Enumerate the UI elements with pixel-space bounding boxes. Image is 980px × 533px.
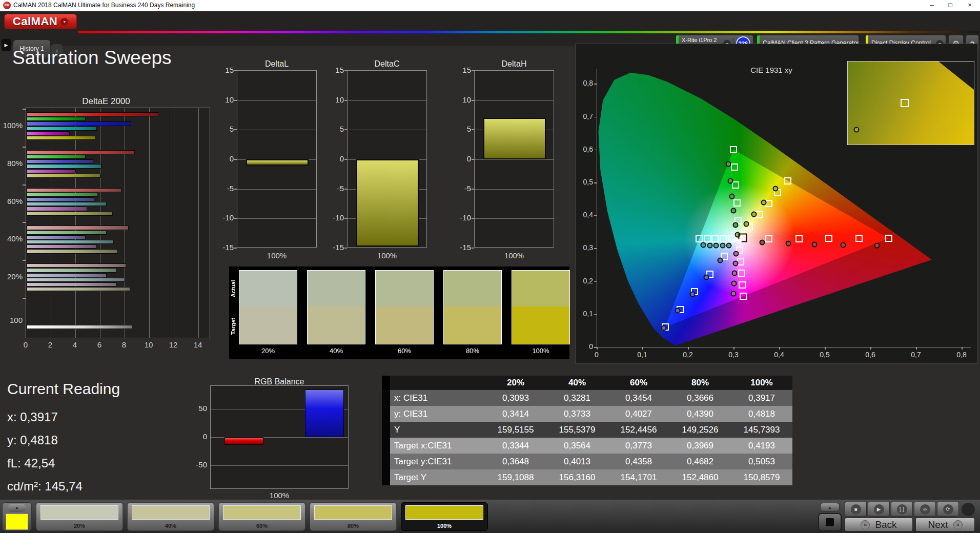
y-tick-label: 0 <box>320 154 344 163</box>
axis-tick <box>472 189 474 190</box>
pattern-button-80%[interactable]: 80% <box>310 502 397 531</box>
yellow-target-marker <box>784 177 791 184</box>
pattern-chip <box>132 505 210 520</box>
actual-swatch <box>239 271 297 306</box>
deltae-bar-red-60% <box>27 188 121 192</box>
red-target-marker <box>795 235 803 242</box>
next-button[interactable]: Next» <box>915 518 975 531</box>
red-target-marker <box>765 235 772 242</box>
deltae-chart-title: DeltaE 2000 <box>82 96 130 107</box>
y-tick-label: -15 <box>447 243 471 252</box>
table-value: 152,4860 <box>669 469 731 485</box>
magenta-measured-marker <box>731 291 737 296</box>
axis-tick <box>234 218 237 219</box>
stop-measuring-button[interactable] <box>818 513 842 531</box>
deltae-bar-blue-40% <box>27 235 86 239</box>
rgb-balance-plot-area <box>210 385 349 489</box>
actual-row-label: Actual <box>230 273 237 304</box>
green-measured-marker <box>732 222 738 228</box>
deltaC-x-label: 100% <box>377 251 397 260</box>
axis-tick <box>234 159 237 160</box>
stop-icon: ■ <box>851 504 861 515</box>
table-gutter <box>382 390 390 406</box>
axis-tick <box>642 347 643 350</box>
pattern-button-20%[interactable]: 20% <box>36 502 123 531</box>
axis-tick <box>825 347 826 350</box>
deltaH-plot-area <box>474 70 554 248</box>
pattern-button-100%[interactable]: 100% <box>401 502 488 531</box>
red-target-marker <box>825 235 832 242</box>
deltae-bar-blue-100% <box>27 121 131 126</box>
table-value: 0,3564 <box>546 438 608 454</box>
target-swatch <box>512 306 569 344</box>
table-gutter <box>382 469 390 485</box>
swatch-pair-80% <box>443 270 502 344</box>
stop-button[interactable]: ■ <box>845 502 867 517</box>
magenta-target-marker <box>739 281 746 289</box>
swatch-pair-label: 100% <box>512 347 570 355</box>
play-button[interactable]: ▶ <box>868 502 890 517</box>
red-measured-marker <box>785 241 791 247</box>
axis-tick <box>916 347 917 350</box>
cie-y-tick-label: 0,4 <box>576 211 593 219</box>
deltae-bar-magenta-40% <box>27 244 97 249</box>
title-bar: CM CalMAN 2018 CalMAN Ultimate for Busin… <box>0 0 980 11</box>
y-tick-label: 10 <box>210 95 234 104</box>
axis-tick <box>594 150 597 151</box>
x-tick-label: 0 <box>24 340 28 349</box>
swatch-pair-label: 80% <box>443 347 502 355</box>
y-tick-label: 0 <box>183 432 207 441</box>
maximize-button[interactable]: □ <box>941 0 959 11</box>
red-measured-marker <box>840 242 846 248</box>
swatch-pair-100% <box>512 270 570 344</box>
gridline <box>237 100 316 101</box>
deltaL-bar <box>246 159 309 166</box>
axis-tick <box>234 100 237 101</box>
green-measured-marker <box>726 161 731 167</box>
swatch-pair-label: 60% <box>375 347 434 355</box>
pattern-up-button[interactable]: ▲ <box>8 504 26 512</box>
tab-scroll-button[interactable]: ▶ <box>2 39 11 51</box>
axis-tick <box>594 215 597 216</box>
y-tick-label: 0 <box>447 154 471 163</box>
calman-menu-button[interactable]: CalMAN ▼ <box>4 14 77 29</box>
pattern-button-label: 80% <box>310 523 396 529</box>
current-pattern-swatch[interactable] <box>6 514 28 530</box>
table-value: 0,3093 <box>485 390 546 406</box>
back-button[interactable]: «Back <box>845 518 913 531</box>
deltae-bar-yellow-60% <box>27 212 113 216</box>
reading-line: fL: 42,54 <box>7 456 55 470</box>
target-row-label: Target <box>230 309 237 344</box>
cyan-measured-marker <box>720 243 725 249</box>
axis-tick <box>344 218 347 219</box>
magenta-measured-marker <box>731 281 737 286</box>
axis-tick <box>344 159 347 160</box>
table-row: x: CIE310,30930,32810,34540,36660,3917 <box>382 390 792 406</box>
pattern-button-60%[interactable]: 60% <box>218 502 305 531</box>
close-button[interactable]: × <box>959 0 980 11</box>
gridline <box>348 130 426 130</box>
minimize-button[interactable]: – <box>923 0 941 11</box>
inset-target-marker <box>901 99 909 107</box>
cie-x-tick-label: 0,8 <box>956 351 966 359</box>
gridline <box>125 108 125 338</box>
frame-button[interactable]: [·] <box>891 502 913 517</box>
deltae-bar-cyan-60% <box>27 202 107 206</box>
pattern-button-40%[interactable]: 40% <box>127 502 214 531</box>
calman-logo: CalMAN <box>13 15 57 28</box>
y-tick-label: -5 <box>447 184 471 193</box>
x-tick-label: 14 <box>194 340 202 349</box>
axis-tick <box>234 70 237 71</box>
cyan-target-marker <box>711 235 719 242</box>
table-value: 0,4818 <box>731 406 792 422</box>
gridline <box>475 218 554 219</box>
yellow-measured-marker <box>751 212 757 217</box>
table-header-100%: 100% <box>731 376 792 390</box>
cie-x-tick-label: 0,5 <box>820 351 829 359</box>
transport-up-button[interactable]: ▲ <box>820 503 840 511</box>
table-value: 0,3733 <box>546 406 608 422</box>
y-tick-label: 5 <box>320 125 344 133</box>
continuous-button[interactable]: ∞ <box>914 502 936 517</box>
table-row: Target x:CIE310,33440,35640,37730,39690,… <box>382 438 792 454</box>
loop-button[interactable]: ⟳ <box>937 502 959 517</box>
